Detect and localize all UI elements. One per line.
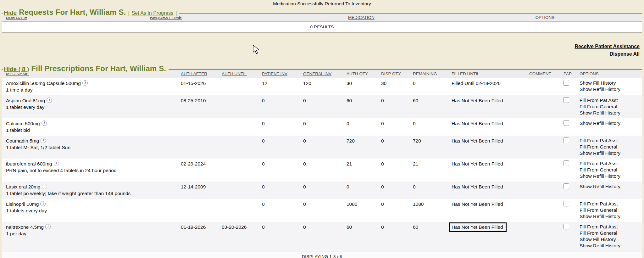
option-fill-from-pat-asst[interactable]: Fill From Pat Asst [580, 137, 642, 144]
info-icon[interactable]: i [54, 161, 59, 166]
column-header-label[interactable]: PATIENT INV [262, 71, 287, 76]
filled-until-text: Filled Until 02-18-2026 [452, 81, 501, 86]
option-fill-from-pat-asst[interactable]: Fill From Pat Asst [580, 97, 642, 104]
prescription-row: ibuprofen oral 600mgiPRN pain, not to ex… [2, 159, 642, 182]
pap-cell [560, 182, 576, 199]
requests-empty-row: 0 RESULTS [2, 22, 642, 33]
option-show-refill-history[interactable]: Show Refill History [580, 110, 642, 116]
option-fill-from-general[interactable]: Fill From General [580, 167, 642, 173]
auth-after-cell: 12-14-2009 [177, 182, 218, 199]
auth-after-cell: 01-15-2026 [177, 78, 218, 96]
option-show-refill-history[interactable]: Show Refill History [580, 243, 642, 249]
option-fill-from-general[interactable]: Fill From General [580, 230, 642, 236]
column-header-patient-inv[interactable]: PATIENT INV [258, 70, 299, 78]
auth-qty-cell: 30 [343, 78, 377, 96]
option-show-refill-history[interactable]: Show Refill History [580, 120, 642, 126]
options-cell: Show Refill History [576, 118, 642, 136]
dispense-all-link[interactable]: Dispense All [0, 50, 640, 58]
med-name: Coumadin 5mg [6, 138, 39, 143]
comment-cell [525, 136, 560, 159]
option-fill-from-pat-asst[interactable]: Fill From Pat Asst [580, 160, 642, 167]
info-icon[interactable]: i [45, 224, 51, 229]
info-icon[interactable]: i [42, 184, 47, 189]
set-as-in-progress-link[interactable]: Set As In Progress [132, 10, 174, 16]
filled-until-cell: Has Not Yet Been Filled [448, 182, 525, 199]
auth-qty-cell: 60 [343, 95, 377, 118]
general-inv-cell: 0 [299, 118, 343, 136]
filled-until-text: Has Not Yet Been Filled [452, 138, 503, 143]
column-header-options: OPTIONS [576, 70, 642, 78]
column-header-label: COMMENT [529, 71, 551, 76]
med-name: Amoxicillin 500mg Capsule 500mg [6, 81, 81, 86]
info-icon[interactable]: i [41, 138, 46, 143]
comment-cell [525, 182, 560, 199]
fill-hide-link[interactable]: Hide ( 8 ) [4, 66, 29, 73]
pap-checkbox[interactable] [564, 201, 569, 206]
option-fill-from-pat-asst[interactable]: Fill From Pat Asst [580, 201, 642, 207]
filled-until-cell: Has Not Yet Been Filled [448, 222, 525, 251]
disp-qty-cell: 0 [377, 199, 409, 222]
requests-section: Hide Requests For Hart, William S. | Set… [2, 13, 642, 33]
remaining-cell: 0 [409, 78, 448, 96]
filled-until-cell: Has Not Yet Been Filled [448, 95, 525, 118]
receive-patient-assistance-link[interactable]: Receive Patient Assistance [0, 43, 640, 50]
disp-qty-cell: 0 [377, 136, 409, 159]
patient-inv-cell: 0 [258, 159, 299, 182]
pap-checkbox[interactable] [564, 183, 569, 189]
auth-after-cell: 02-29-2024 [177, 159, 218, 182]
option-show-refill-history[interactable]: Show Refill History [580, 173, 642, 179]
option-show-fill-history[interactable]: Show Fill History [580, 80, 642, 86]
options-cell: Fill From Pat AsstFill From GeneralShow … [576, 199, 642, 222]
remaining-cell: 0 [409, 118, 448, 136]
filled-until-text: Has Not Yet Been Filled [452, 201, 503, 207]
column-header-auth-until[interactable]: AUTH UNTIL [218, 70, 258, 78]
column-header-auth-after[interactable]: AUTH AFTER [177, 70, 218, 78]
options-cell: Fill From Pat AsstFill From GeneralShow … [576, 159, 642, 182]
column-header-label[interactable]: AUTH AFTER [181, 71, 207, 76]
option-fill-from-general[interactable]: Fill From General [580, 144, 642, 150]
auth-until-cell [218, 159, 258, 182]
auth-after-cell: 01-19-2026 [177, 222, 218, 251]
pap-checkbox[interactable] [564, 160, 569, 166]
filled-until-cell: Has Not Yet Been Filled [448, 159, 525, 182]
info-icon[interactable]: i [47, 98, 52, 103]
option-show-refill-history[interactable]: Show Refill History [580, 213, 642, 220]
pap-checkbox[interactable] [564, 224, 569, 229]
pap-checkbox[interactable] [564, 80, 569, 86]
option-fill-from-general[interactable]: Fill From General [580, 104, 642, 110]
column-header-label: FILLED UNTIL [452, 71, 480, 76]
option-show-refill-history[interactable]: Show Refill History [580, 86, 642, 93]
pap-checkbox[interactable] [564, 120, 569, 126]
info-icon[interactable]: i [42, 121, 47, 126]
column-header-label[interactable]: AUTH UNTIL [222, 71, 247, 76]
column-header-comment: COMMENT [525, 70, 560, 78]
requests-hide-link[interactable]: Hide [4, 9, 17, 16]
column-header-label[interactable]: GENERAL INV [303, 71, 331, 76]
column-header-general-inv[interactable]: GENERAL INV [299, 70, 343, 78]
column-header-label[interactable]: MEDICATION [348, 15, 375, 20]
option-show-refill-history[interactable]: Show Refill History [580, 150, 642, 156]
options-cell: Show Refill History [576, 182, 642, 199]
disp-qty-cell: 0 [377, 95, 409, 118]
info-icon[interactable]: i [40, 201, 46, 206]
remaining-cell: 60 [409, 95, 448, 118]
info-icon[interactable]: i [82, 80, 88, 86]
pap-checkbox[interactable] [564, 137, 569, 143]
column-header-label: OPTIONS [536, 15, 555, 20]
column-header-medication[interactable]: MEDICATION [344, 14, 448, 22]
patient-inv-cell: 0 [258, 199, 299, 222]
pap-checkbox[interactable] [564, 97, 569, 103]
auth-after-cell [177, 118, 218, 136]
column-header-filled-until: FILLED UNTIL [448, 70, 525, 78]
med-cell: Amoxicillin 500mg Capsule 500mgi1 time a… [2, 78, 177, 96]
pap-cell [560, 136, 576, 159]
option-show-fill-history[interactable]: Show Fill History [580, 236, 642, 243]
auth-after-cell [177, 136, 218, 159]
option-fill-from-pat-asst[interactable]: Fill From Pat Asst [580, 224, 642, 230]
option-fill-from-general[interactable]: Fill From General [580, 207, 642, 213]
auth-qty-cell: 60 [343, 222, 377, 251]
options-cell: Fill From Pat AsstFill From GeneralShow … [576, 222, 642, 251]
option-show-refill-history[interactable]: Show Refill History [580, 183, 642, 190]
med-name: Calcium 500mg [6, 121, 40, 126]
filled-until-text: Has Not Yet Been Filled [452, 161, 503, 166]
